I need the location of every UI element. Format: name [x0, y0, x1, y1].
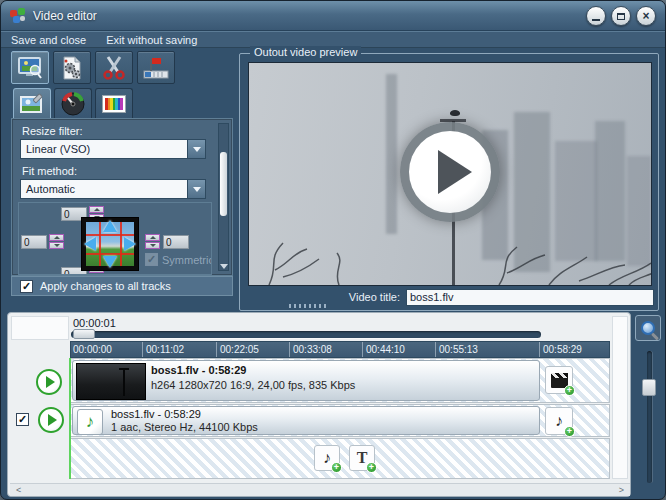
ruler-label: 00:44:10	[366, 344, 405, 355]
lamp-post-crossbar	[440, 119, 466, 122]
timeline-zoom-button[interactable]	[635, 315, 661, 341]
crop-arrow-down-icon[interactable]	[103, 256, 117, 268]
audio-clip-details: 1 aac, Stereo Hz, 44100 Kbps	[111, 421, 258, 433]
crop-preview-canvas[interactable]	[81, 217, 139, 271]
apply-all-tracks-option: ✓ Apply changes to all tracks	[11, 276, 233, 296]
crop-group: ✓ Symmetric	[18, 202, 212, 275]
chevron-down-icon[interactable]	[187, 180, 205, 198]
plus-icon: +	[331, 462, 342, 473]
fit-method-select[interactable]: Automatic	[20, 179, 206, 199]
timeline-zoom-slider-track[interactable]	[647, 351, 652, 483]
timeline-zoom-slider-thumb[interactable]	[642, 379, 656, 396]
add-text-button[interactable]: T +	[349, 445, 375, 471]
resize-filter-select[interactable]: Linear (VSO)	[20, 139, 206, 159]
crop-right-input[interactable]	[163, 235, 189, 249]
minimize-icon	[592, 19, 600, 21]
play-button[interactable]	[400, 122, 500, 222]
add-audio-track-button[interactable]: ♪ +	[314, 445, 340, 471]
panel-scrollbar[interactable]	[218, 123, 229, 271]
current-time-label: 00:00:01	[73, 317, 116, 329]
video-clip[interactable]: boss1.flv - 0:58:29 h264 1280x720 16:9, …	[72, 360, 540, 401]
panel-scrollbar-thumb[interactable]	[220, 152, 227, 216]
tree-branches	[249, 215, 652, 285]
ruler-tick	[539, 342, 540, 358]
add-text-icon: T	[357, 450, 368, 466]
play-button-face	[409, 131, 491, 213]
window-title: Video editor	[33, 9, 97, 23]
seek-slider-thumb[interactable]	[73, 329, 95, 339]
crop-left-input[interactable]	[21, 235, 47, 249]
scroll-right-icon[interactable]: >	[619, 485, 624, 495]
output-settings-button[interactable]	[53, 51, 91, 84]
crop-right-stepper[interactable]	[145, 234, 160, 249]
crop-arrow-up-icon[interactable]	[103, 220, 117, 232]
music-note-icon: ♪	[77, 409, 103, 435]
bird-silhouette	[450, 110, 460, 116]
add-video-button[interactable]: +	[545, 366, 573, 394]
playhead[interactable]	[69, 358, 71, 479]
menu-save-and-close[interactable]: Save and close	[1, 32, 96, 47]
video-preview[interactable]	[248, 62, 652, 286]
tab-speed[interactable]	[54, 88, 92, 119]
plus-icon: +	[366, 462, 377, 473]
add-video-icon	[551, 373, 568, 388]
add-audio-button[interactable]: ♪ +	[545, 407, 573, 435]
menu-exit-without-saving[interactable]: Exit without saving	[96, 32, 207, 47]
minimize-button[interactable]	[586, 6, 606, 26]
timeline-vertical-scrollbar[interactable]	[612, 316, 628, 479]
audio-track-row: ♪ boss1.flv - 0:58:29 1 aac, Stereo Hz, …	[70, 404, 610, 437]
symmetric-option: ✓ Symmetric	[145, 253, 212, 266]
ruler-label: 00:11:02	[146, 344, 184, 355]
marker-icon	[142, 55, 170, 81]
scroll-left-icon[interactable]: <	[16, 485, 21, 495]
crop-preview-image	[86, 222, 134, 266]
audio-clip-title: boss1.flv - 0:58:29	[111, 408, 201, 420]
output-settings-icon	[58, 55, 86, 81]
seek-slider-track[interactable]	[71, 331, 541, 338]
splitter-grip[interactable]	[289, 304, 329, 308]
timeline-panel: 00:00:01 00:00:0000:11:0200:22:0500:33:0…	[7, 312, 631, 497]
video-title-input[interactable]	[406, 289, 654, 306]
play-audio-track-button[interactable]	[38, 407, 64, 433]
timeline-horizontal-scrollbar[interactable]: < >	[10, 483, 630, 496]
title-bar[interactable]: Video editor ×	[1, 1, 666, 31]
close-icon: ×	[642, 10, 649, 22]
cut-button[interactable]	[95, 51, 133, 84]
video-track-row: boss1.flv - 0:58:29 h264 1280x720 16:9, …	[70, 358, 610, 403]
symmetric-label: Symmetric	[162, 254, 212, 266]
tab-color[interactable]	[95, 88, 133, 119]
apply-all-tracks-checkbox[interactable]: ✓	[20, 280, 33, 293]
maximize-button[interactable]	[611, 6, 631, 26]
play-icon	[46, 376, 55, 388]
video-clip-details: h264 1280x720 16:9, 24,00 fps, 835 Kbps	[151, 379, 355, 391]
resize-filter-value: Linear (VSO)	[21, 143, 187, 155]
play-video-track-button[interactable]	[36, 369, 62, 395]
scroll-down-icon[interactable]	[220, 264, 228, 269]
symmetric-checkbox[interactable]: ✓	[145, 253, 158, 266]
chevron-down-icon[interactable]	[187, 140, 205, 158]
video-clip-thumbnail	[76, 363, 146, 400]
empty-track-row: ♪ + T +	[70, 438, 610, 479]
audio-track-checkbox[interactable]: ✓	[16, 413, 29, 426]
building-silhouette	[386, 74, 397, 234]
maximize-icon	[617, 13, 625, 20]
play-icon	[438, 150, 472, 194]
ruler-tick	[362, 342, 363, 358]
ruler-tick	[289, 342, 290, 358]
tab-image-edit[interactable]	[13, 88, 51, 119]
crop-arrow-right-icon[interactable]	[124, 237, 136, 251]
marker-button[interactable]	[137, 51, 175, 84]
ruler-tick	[142, 342, 143, 358]
crop-left-stepper[interactable]	[49, 234, 64, 249]
video-title-label: Video title:	[349, 291, 400, 303]
colorbars-tab-icon	[102, 95, 126, 113]
play-icon	[48, 414, 57, 426]
crop-arrow-left-icon[interactable]	[84, 237, 96, 251]
close-button[interactable]: ×	[636, 6, 656, 26]
timeline-ruler[interactable]: 00:00:0000:11:0200:22:0500:33:0800:44:10…	[70, 341, 610, 358]
timeline-corner-box	[11, 316, 69, 340]
ruler-label: 00:00:00	[73, 344, 112, 355]
audio-clip[interactable]: ♪ boss1.flv - 0:58:29 1 aac, Stereo Hz, …	[72, 406, 540, 435]
preview-tool-button[interactable]	[11, 51, 49, 84]
image-edit-tab-icon	[19, 93, 45, 115]
